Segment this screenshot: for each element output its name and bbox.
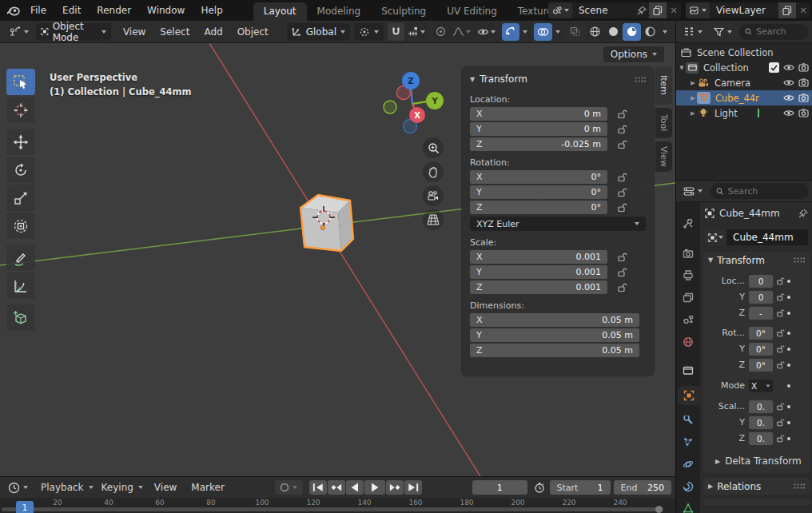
lock-icon[interactable]	[773, 360, 787, 369]
lock-icon[interactable]	[773, 402, 787, 411]
loc-y-field[interactable]: 0	[749, 291, 773, 304]
animate-dot[interactable]	[787, 384, 790, 388]
transform-panel-header[interactable]: ▼ Transform	[703, 252, 810, 268]
tab-object-data-icon[interactable]	[676, 499, 700, 513]
menu-view[interactable]: View	[116, 26, 153, 38]
view-layer-icon[interactable]	[686, 2, 710, 18]
xray-toggle[interactable]	[567, 26, 583, 37]
breadcrumb-object-name[interactable]: Cube_44mm	[719, 208, 780, 219]
animate-dot[interactable]	[787, 405, 790, 408]
frame-end-field[interactable]: End250	[614, 480, 671, 495]
hide-eye-icon[interactable]	[783, 93, 794, 102]
lock-icon[interactable]	[617, 124, 627, 134]
lock-icon[interactable]	[617, 282, 627, 292]
tab-sculpting[interactable]: Sculpting	[371, 2, 436, 21]
menu-help[interactable]: Help	[193, 0, 230, 21]
dimensions-z-field[interactable]: Z0.05 m	[470, 344, 639, 357]
lock-icon[interactable]	[617, 252, 627, 262]
tab-item[interactable]: Item	[655, 66, 672, 105]
viewport-3d[interactable]: Z Y X User Perspective (1) Collection | …	[0, 43, 675, 476]
shading-rendered[interactable]	[641, 23, 659, 41]
shading-solid[interactable]	[604, 23, 623, 41]
dimensions-x-field[interactable]: X0.05 m	[470, 313, 639, 327]
hide-eye-icon[interactable]	[783, 109, 794, 117]
animate-dot[interactable]	[787, 280, 790, 283]
menu-render[interactable]: Render	[89, 0, 139, 21]
loc-z-field[interactable]: -	[749, 307, 773, 320]
shading-wireframe[interactable]	[586, 23, 604, 41]
prev-keyframe-button[interactable]	[328, 480, 345, 495]
tab-modeling[interactable]: Modeling	[307, 2, 372, 21]
options-button[interactable]: Options	[603, 46, 664, 62]
lock-icon[interactable]	[773, 276, 787, 285]
view-layer-name[interactable]: ViewLayer	[710, 5, 778, 16]
lock-icon[interactable]	[773, 344, 787, 353]
unlink-scene-icon[interactable]: ✕	[667, 6, 681, 16]
show-overlays-toggle[interactable]	[534, 23, 552, 41]
scene-icon[interactable]	[548, 2, 572, 18]
light-row[interactable]: ▶ Light	[676, 105, 812, 121]
lock-icon[interactable]	[773, 434, 787, 443]
scene-collection-row[interactable]: Scene Collection	[676, 45, 812, 60]
animate-dot[interactable]	[787, 332, 790, 335]
timeline-editor-type-button[interactable]	[4, 480, 32, 495]
render-visibility-icon[interactable]	[798, 78, 809, 87]
panel-collapse-icon[interactable]: ▼	[470, 76, 475, 83]
animate-dot[interactable]	[787, 348, 790, 351]
outliner-editor-type-button[interactable]	[679, 25, 707, 38]
animate-dot[interactable]	[787, 437, 790, 440]
remove-view-layer-icon[interactable]: ✕	[796, 6, 810, 16]
tool-rotate[interactable]	[6, 157, 35, 183]
object-id-icon[interactable]	[705, 229, 726, 245]
properties-search-input[interactable]	[728, 186, 803, 197]
hide-eye-icon[interactable]	[783, 78, 794, 87]
timeline-ruler[interactable]: 20 40 60 80 100 120 140 160 180 200 220 …	[0, 498, 675, 513]
render-visibility-icon[interactable]	[798, 93, 809, 102]
rot-z-field[interactable]: 0°	[749, 359, 773, 372]
snap-toggle[interactable]	[388, 23, 404, 41]
tab-uv-editing[interactable]: UV Editing	[436, 2, 508, 21]
tool-cursor[interactable]	[6, 97, 35, 123]
marker-menu[interactable]: Marker	[184, 482, 231, 493]
tool-select-box[interactable]	[6, 69, 35, 95]
blender-logo-icon[interactable]	[5, 4, 22, 17]
menu-window[interactable]: Window	[139, 0, 193, 21]
play-button[interactable]	[364, 480, 385, 495]
overlays-dropdown[interactable]	[552, 23, 563, 41]
playhead[interactable]: 1	[16, 501, 34, 513]
dimensions-y-field[interactable]: Y0.05 m	[470, 328, 639, 342]
snap-target-dropdown[interactable]	[404, 23, 428, 41]
ortho-toggle-button[interactable]	[423, 209, 444, 230]
tool-measure[interactable]	[6, 272, 35, 299]
rotation-mode-dropdown[interactable]: XYZ Euler	[470, 217, 646, 231]
gizmo-dropdown[interactable]	[519, 23, 531, 41]
view-menu[interactable]: View	[147, 482, 184, 493]
cube-row[interactable]: ▶ Cube_44r	[676, 90, 812, 105]
shading-dropdown[interactable]	[659, 23, 671, 41]
transform-orientation-dropdown[interactable]: Global	[287, 23, 350, 41]
timeline-scrollbar[interactable]	[2, 507, 663, 511]
animate-dot[interactable]	[787, 421, 790, 424]
mode-selector[interactable]: Object Mode	[36, 23, 111, 41]
jump-to-start-button[interactable]	[309, 480, 327, 495]
camera-row[interactable]: ▶ Camera	[676, 75, 812, 90]
tab-render-icon[interactable]	[676, 244, 700, 263]
tab-constraints-icon[interactable]	[676, 477, 700, 496]
lock-icon[interactable]	[773, 328, 787, 337]
tab-object-icon[interactable]	[678, 386, 700, 405]
rot-y-field[interactable]: 0°	[749, 343, 773, 356]
timeline-scrollbar-handle[interactable]	[655, 506, 663, 513]
outliner-filter-button[interactable]	[710, 26, 736, 38]
rotation-mode-select[interactable]: X	[749, 380, 773, 392]
show-gizmo-toggle[interactable]	[502, 23, 519, 41]
menu-edit[interactable]: Edit	[54, 0, 89, 21]
tool-add-cube[interactable]	[6, 304, 35, 331]
animate-dot[interactable]	[787, 312, 790, 315]
rot-x-field[interactable]: 0°	[749, 327, 773, 340]
visibility-dropdown[interactable]	[474, 23, 499, 41]
properties-editor-type-button[interactable]	[679, 185, 707, 198]
lock-icon[interactable]	[617, 187, 627, 197]
tab-layout[interactable]: Layout	[253, 2, 307, 21]
tab-modifiers-icon[interactable]	[676, 410, 700, 429]
rotation-x-field[interactable]: X0°	[470, 170, 607, 184]
